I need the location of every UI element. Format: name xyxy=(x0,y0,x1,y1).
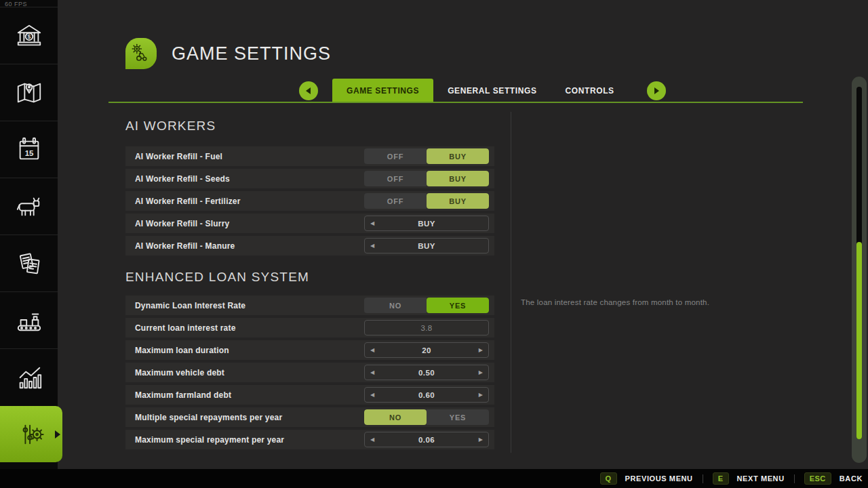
sidebar-item-finances[interactable]: $ xyxy=(0,7,58,64)
sidebar-item-contracts[interactable] xyxy=(0,235,58,291)
scrollbar[interactable] xyxy=(852,77,867,463)
toggle-option-off[interactable]: OFF xyxy=(364,193,427,209)
hint-previous-menu[interactable]: QPREVIOUS MENU xyxy=(600,472,693,485)
toggle-option-no[interactable]: NO xyxy=(364,298,427,313)
arrow-right-icon xyxy=(654,87,663,94)
arrow-left-icon xyxy=(302,87,311,94)
bank-icon: $ xyxy=(15,22,43,50)
panel-divider xyxy=(511,112,511,453)
keycap-e: E xyxy=(713,472,729,485)
scrollbar-track[interactable] xyxy=(856,87,862,439)
hint-label: PREVIOUS MENU xyxy=(625,474,693,483)
statistics-icon xyxy=(15,363,43,392)
settings-gear-icon xyxy=(17,420,45,449)
tab-controls[interactable]: CONTROLS xyxy=(551,79,629,103)
setting-value: BUY xyxy=(418,220,435,228)
toggle-control: NOYES xyxy=(364,298,489,313)
setting-value: 20 xyxy=(422,346,431,354)
production-icon xyxy=(15,306,43,335)
hint-divider xyxy=(794,474,795,483)
cow-icon xyxy=(15,192,43,221)
decrease-arrow-icon[interactable]: ◀ xyxy=(370,437,374,443)
sidebar-item-calendar[interactable]: 15 xyxy=(0,121,58,178)
svg-text:$: $ xyxy=(27,33,31,40)
value-selector[interactable]: ◀BUY xyxy=(364,216,489,231)
hint-label: BACK xyxy=(840,474,863,483)
value-selector[interactable]: ◀0.60▶ xyxy=(364,387,489,403)
setting-value: BUY xyxy=(418,242,435,250)
map-icon xyxy=(15,79,43,107)
setting-value: 3.8 xyxy=(420,324,432,332)
toggle-control: OFFBUY xyxy=(364,148,489,164)
hint-next-menu[interactable]: ENEXT MENU xyxy=(713,472,785,485)
setting-row: Maximum farmland debt◀0.60▶ xyxy=(125,385,494,405)
setting-label: Maximum vehicle debt xyxy=(135,368,224,378)
toggle-control: OFFBUY xyxy=(364,193,489,209)
decrease-arrow-icon[interactable]: ◀ xyxy=(370,243,374,249)
setting-row: Dynamic Loan Interest RateNOYES xyxy=(125,296,494,315)
sidebar-item-animals[interactable] xyxy=(0,178,58,235)
settings-list: AI WORKERSAI Worker Refill - FuelOFFBUYA… xyxy=(125,119,494,452)
increase-arrow-icon[interactable]: ▶ xyxy=(479,437,483,443)
setting-label: Maximum farmland debt xyxy=(135,390,231,400)
tab-underline xyxy=(108,102,803,103)
increase-arrow-icon[interactable]: ▶ xyxy=(479,348,483,353)
value-selector[interactable]: 3.8 xyxy=(364,320,489,336)
tabs-prev-button[interactable] xyxy=(299,81,318,100)
setting-row: AI Worker Refill - FertilizerOFFBUY xyxy=(125,191,494,211)
tab-game-settings[interactable]: GAME SETTINGS xyxy=(332,79,433,103)
sidebar-item-statistics[interactable] xyxy=(0,348,58,405)
toggle-option-buy[interactable]: BUY xyxy=(427,193,489,209)
tab-general-settings[interactable]: GENERAL SETTINGS xyxy=(433,79,551,103)
toggle-option-off[interactable]: OFF xyxy=(364,148,427,164)
decrease-arrow-icon[interactable]: ◀ xyxy=(370,221,374,226)
setting-row: Multiple special repayments per yearNOYE… xyxy=(125,407,494,427)
decrease-arrow-icon[interactable]: ◀ xyxy=(370,348,374,353)
hint-back[interactable]: ESCBACK xyxy=(804,472,863,485)
toggle-option-buy[interactable]: BUY xyxy=(427,171,489,186)
main-content: GAME SETTINGS GAME SETTINGSGENERAL SETTI… xyxy=(58,0,868,469)
svg-text:15: 15 xyxy=(24,148,33,157)
setting-row: AI Worker Refill - FuelOFFBUY xyxy=(125,146,494,166)
setting-row: AI Worker Refill - Manure◀BUY xyxy=(125,236,494,256)
toggle-option-buy[interactable]: BUY xyxy=(427,148,489,164)
decrease-arrow-icon[interactable]: ◀ xyxy=(370,392,374,398)
value-selector[interactable]: ◀BUY xyxy=(364,238,489,253)
increase-arrow-icon[interactable]: ▶ xyxy=(479,392,483,398)
toggle-option-yes[interactable]: YES xyxy=(427,409,489,425)
decrease-arrow-icon[interactable]: ◀ xyxy=(370,370,374,375)
value-selector[interactable]: ◀0.50▶ xyxy=(364,365,489,380)
setting-label: Dynamic Loan Interest Rate xyxy=(135,301,245,310)
keycap-q: Q xyxy=(600,472,617,485)
sidebar: 60 FPS $15 xyxy=(0,0,58,469)
setting-label: Maximum special repayment per year xyxy=(135,435,284,445)
sidebar-item-game-settings[interactable] xyxy=(0,406,62,462)
toggle-option-no[interactable]: NO xyxy=(364,409,427,425)
increase-arrow-icon[interactable]: ▶ xyxy=(479,370,483,375)
setting-row: AI Worker Refill - SeedsOFFBUY xyxy=(125,169,494,188)
hint-divider xyxy=(703,474,703,483)
toggle-option-off[interactable]: OFF xyxy=(364,171,427,186)
setting-description: The loan interest rate changes from mont… xyxy=(521,298,819,306)
page-header: GAME SETTINGS xyxy=(125,38,331,69)
footer-hint-bar: QPREVIOUS MENUENEXT MENUESCBACK xyxy=(0,469,868,488)
setting-row: Maximum special repayment per year◀0.06▶ xyxy=(125,430,494,449)
sidebar-item-production[interactable] xyxy=(0,291,58,348)
sidebar-items: $15 xyxy=(0,7,58,462)
setting-label: AI Worker Refill - Slurry xyxy=(135,219,229,228)
tabs-next-button[interactable] xyxy=(647,81,666,100)
setting-value: 0.06 xyxy=(418,436,435,444)
setting-label: Current loan interest rate xyxy=(135,323,236,333)
toggle-control: OFFBUY xyxy=(364,171,489,186)
setting-value: 0.60 xyxy=(418,391,435,399)
toggle-option-yes[interactable]: YES xyxy=(427,298,489,313)
tab-bar: GAME SETTINGSGENERAL SETTINGSCONTROLS xyxy=(299,79,666,103)
scrollbar-thumb[interactable] xyxy=(856,242,862,439)
setting-row: Current loan interest rate3.8 xyxy=(125,318,494,338)
sidebar-item-map[interactable] xyxy=(0,64,58,121)
value-selector[interactable]: ◀20▶ xyxy=(364,342,489,358)
setting-label: Maximum loan duration xyxy=(135,346,229,355)
tab-list: GAME SETTINGSGENERAL SETTINGSCONTROLS xyxy=(332,79,629,103)
value-selector[interactable]: ◀0.06▶ xyxy=(364,432,489,447)
setting-label: AI Worker Refill - Seeds xyxy=(135,174,230,184)
